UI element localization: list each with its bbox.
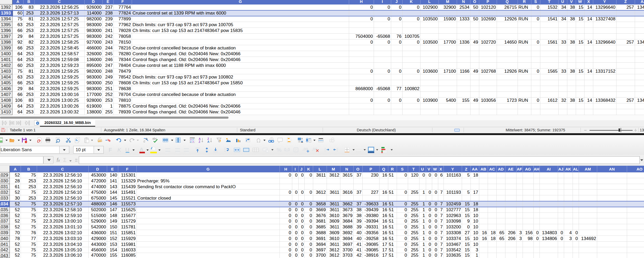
- svg-text:abc: abc: [152, 137, 157, 140]
- svg-text:Z: Z: [199, 140, 200, 143]
- svg-text:A: A: [207, 140, 209, 143]
- svg-text:Z: Z: [190, 140, 192, 143]
- svg-text:d: d: [143, 140, 145, 143]
- svg-text:A: A: [192, 140, 194, 143]
- svg-text:7: 7: [295, 148, 297, 152]
